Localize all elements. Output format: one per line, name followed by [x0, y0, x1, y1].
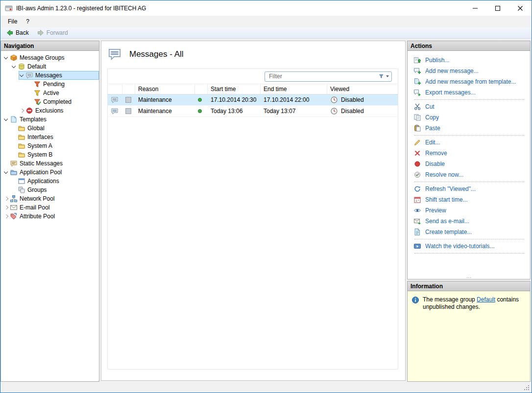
tree-item-completed[interactable]: Completed	[26, 97, 99, 106]
action-refresh-viewed[interactable]: Refresh "Viewed"...	[413, 184, 527, 194]
column-header-status[interactable]	[195, 84, 208, 94]
action-label: Cut	[425, 103, 435, 110]
action-add-new-message-from-template[interactable]: Add new message from template...	[413, 76, 527, 87]
expander-collapsed-icon[interactable]	[3, 195, 9, 203]
action-publish[interactable]: Publish...	[413, 55, 527, 66]
tree-item-label: Active	[43, 90, 62, 96]
clock-icon	[330, 96, 338, 104]
copy-icon	[413, 114, 421, 121]
tree-item-groups[interactable]: Groups	[11, 185, 99, 194]
tree-item-network-pool[interactable]: Network Pool	[3, 194, 99, 203]
action-label: Edit...	[425, 139, 440, 146]
paste-icon	[413, 124, 421, 132]
action-preview[interactable]: Preview	[413, 205, 527, 216]
tree-item-static-messages[interactable]: Static Messages	[3, 159, 99, 168]
forward-button[interactable]: Forward	[34, 28, 71, 37]
back-label: Back	[16, 29, 29, 36]
refresh-viewed-icon	[413, 185, 421, 193]
column-header-reason[interactable]: Reason	[135, 84, 195, 94]
cell-color	[122, 108, 135, 114]
actions-overflow-grip[interactable]: …	[408, 274, 530, 278]
preview-icon	[413, 207, 421, 214]
action-add-new-message[interactable]: Add new message...	[413, 66, 527, 76]
action-label: Preview	[425, 207, 446, 214]
default-group-link[interactable]: Default	[477, 296, 495, 303]
back-button[interactable]: Back	[3, 28, 31, 37]
expander-collapsed-icon[interactable]	[3, 204, 9, 211]
table-row[interactable]: MaintenanceToday 13:06Today 13:07Disable…	[108, 106, 398, 117]
column-header-color[interactable]	[122, 84, 135, 94]
tree-item-messages[interactable]: Messages	[19, 71, 99, 80]
expander-expanded-icon[interactable]	[19, 71, 25, 79]
actions-separator	[414, 135, 524, 136]
expander-expanded-icon[interactable]	[11, 63, 17, 70]
tree-item-templates[interactable]: Templates	[3, 115, 99, 124]
maximize-button[interactable]	[486, 0, 509, 16]
expander-expanded-icon[interactable]	[3, 168, 9, 176]
menu-help[interactable]: ?	[22, 17, 34, 26]
tree-item-pending[interactable]: Pending	[26, 80, 99, 89]
filter-pending-icon	[33, 80, 41, 88]
expander-collapsed-icon[interactable]	[19, 107, 25, 115]
tree-item-label: Groups	[27, 186, 49, 193]
close-button[interactable]	[509, 0, 532, 16]
navigation-panel: Navigation Message GroupsDefaultMessages…	[0, 41, 99, 382]
expander-placeholder	[11, 133, 17, 141]
tree-item-system-b[interactable]: System B	[11, 150, 99, 159]
expander-expanded-icon[interactable]	[3, 54, 9, 62]
tree-item-e-mail-pool[interactable]: E-mail Pool	[3, 203, 99, 212]
tree-item-applications[interactable]: Applications	[11, 177, 99, 185]
actions-separator	[414, 239, 524, 239]
action-edit[interactable]: Edit...	[413, 137, 527, 148]
action-export-messages[interactable]: Export messages...	[413, 87, 527, 98]
action-label: Resolve now...	[425, 171, 463, 178]
actions-panel-header: Actions	[408, 41, 530, 51]
expander-expanded-icon[interactable]	[3, 116, 9, 123]
disable-icon	[413, 160, 421, 168]
folder-icon	[18, 151, 25, 159]
clock-icon	[330, 107, 338, 115]
action-cut[interactable]: Cut	[413, 101, 527, 112]
tree-item-exclusions[interactable]: Exclusions	[19, 106, 99, 115]
column-header-end[interactable]: End time	[261, 84, 327, 94]
table-row[interactable]: Maintenance17.10.2014 20:3017.10.2014 22…	[108, 94, 398, 106]
window-title: IBI-aws Admin 1.23.0 - registered for IB…	[16, 5, 146, 12]
tree-item-default[interactable]: Default	[11, 62, 99, 71]
action-label: Copy	[425, 114, 439, 121]
column-header-start[interactable]: Start time	[208, 84, 261, 94]
navigation-panel-header: Navigation	[1, 41, 99, 51]
column-header-viewed[interactable]: Viewed	[327, 84, 398, 94]
info-icon	[411, 296, 419, 304]
tree-item-label: Completed	[43, 98, 74, 105]
action-remove[interactable]: Remove	[413, 148, 527, 159]
tree-item-message-groups[interactable]: Message Groups	[3, 53, 99, 62]
minimize-button[interactable]	[464, 0, 486, 16]
action-watch-the-video-tutorials[interactable]: Watch the video-tutorials...	[413, 241, 527, 252]
messages-grid: ReasonStart timeEnd timeViewed Maintenan…	[107, 69, 398, 370]
cell-type	[108, 96, 122, 104]
resize-grip[interactable]	[524, 385, 530, 391]
action-send-as-e-mail[interactable]: Send as e-mail...	[413, 216, 527, 227]
tree-item-attribute-pool[interactable]: Attribute Pool	[3, 212, 99, 221]
tree-item-active[interactable]: Active	[26, 89, 99, 97]
tree-item-global[interactable]: Global	[11, 124, 99, 133]
cell-color	[122, 97, 135, 103]
filter-funnel-icon[interactable]	[379, 73, 389, 80]
action-create-template[interactable]: Create template...	[413, 227, 527, 237]
action-disable[interactable]: Disable	[413, 159, 527, 169]
column-header-type[interactable]	[108, 84, 122, 94]
toolbar: Back Forward	[0, 27, 532, 39]
menu-file[interactable]: File	[3, 17, 22, 26]
tree-item-interfaces[interactable]: Interfaces	[11, 133, 99, 141]
action-shift-start-time[interactable]: Shift start time...	[413, 194, 527, 205]
action-label: Add new message from template...	[425, 78, 516, 85]
filter-input[interactable]	[269, 73, 379, 80]
action-resolve-now[interactable]: Resolve now...	[413, 169, 527, 180]
tree-item-application-pool[interactable]: Application Pool	[3, 168, 99, 177]
action-paste[interactable]: Paste	[413, 123, 527, 134]
action-copy[interactable]: Copy	[413, 112, 527, 123]
tree-item-system-a[interactable]: System A	[11, 141, 99, 150]
expander-collapsed-icon[interactable]	[3, 212, 9, 220]
expander-placeholder	[11, 177, 17, 185]
action-label: Publish...	[425, 57, 449, 64]
